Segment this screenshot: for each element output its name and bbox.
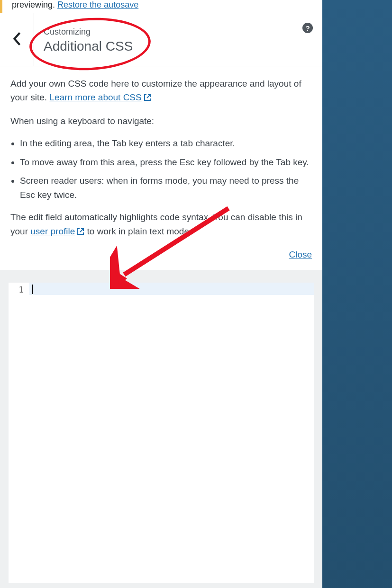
desc-p3b-text: to work in plain text mode. xyxy=(84,226,191,236)
user-profile-link[interactable]: user profile xyxy=(30,226,84,236)
back-button[interactable] xyxy=(0,13,34,66)
text-cursor xyxy=(32,285,33,294)
user-profile-text: user profile xyxy=(30,226,75,236)
description-area: Add your own CSS code here to customize … xyxy=(0,66,322,270)
page-title: Additional CSS xyxy=(44,38,313,55)
site-preview xyxy=(322,0,392,588)
chevron-left-icon xyxy=(13,32,21,47)
external-link-icon xyxy=(144,91,151,105)
help-icon: ? xyxy=(306,24,310,32)
autosave-notice: previewing. Restore the autosave xyxy=(0,0,322,13)
breadcrumb: Customizing xyxy=(44,26,313,38)
customizer-panel: previewing. Restore the autosave Customi… xyxy=(0,0,322,588)
desc-paragraph-2: When using a keyboard to navigate: xyxy=(10,114,312,128)
code-editor[interactable]: 1 xyxy=(9,283,314,583)
line-number: 1 xyxy=(9,284,24,296)
code-editor-wrapper: 1 xyxy=(0,270,322,588)
learn-more-css-text: Learn more about CSS xyxy=(49,92,141,102)
panel-header: Customizing Additional CSS ? xyxy=(0,13,322,66)
list-item: Screen reader users: when in forms mode,… xyxy=(20,174,312,202)
external-link-icon xyxy=(77,225,84,239)
desc-paragraph-1: Add your own CSS code here to customize … xyxy=(10,77,312,106)
help-button[interactable]: ? xyxy=(302,23,313,33)
list-item: To move away from this area, press the E… xyxy=(20,155,312,169)
autosave-prefix: previewing. xyxy=(12,0,55,9)
code-line[interactable] xyxy=(29,283,314,295)
restore-autosave-link[interactable]: Restore the autosave xyxy=(57,0,138,9)
code-content[interactable] xyxy=(29,283,314,583)
learn-more-css-link[interactable]: Learn more about CSS xyxy=(49,92,151,102)
desc-paragraph-3: The edit field automatically highlights … xyxy=(10,210,312,239)
close-link[interactable]: Close xyxy=(10,248,312,261)
line-gutter: 1 xyxy=(9,283,29,583)
list-item: In the editing area, the Tab key enters … xyxy=(20,136,312,150)
desc-list: In the editing area, the Tab key enters … xyxy=(10,136,312,202)
